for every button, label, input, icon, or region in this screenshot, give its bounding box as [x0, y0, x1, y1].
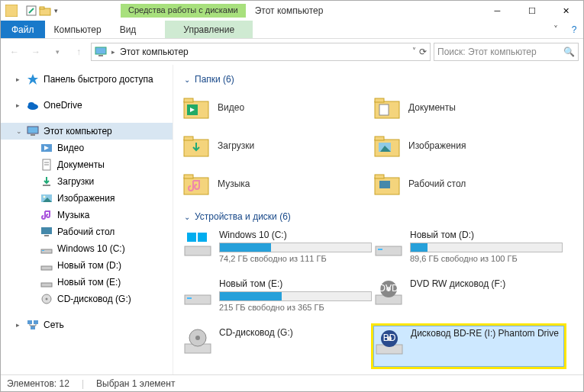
help-icon[interactable]: ?	[565, 21, 583, 38]
nav-pictures[interactable]: Изображения	[1, 190, 173, 207]
nav-quick-access[interactable]: ▸ Панель быстрого доступа	[1, 71, 173, 88]
quick-access-toolbar: ▾	[1, 5, 60, 17]
search-icon: 🔍	[563, 47, 575, 57]
address-bar[interactable]: ▸ Этот компьютер ˅ ⟳	[91, 43, 431, 61]
address-dropdown-icon[interactable]: ˅	[412, 47, 416, 57]
svg-rect-50	[187, 233, 196, 242]
folder-downloads-icon	[182, 132, 210, 159]
svg-rect-49	[185, 246, 211, 255]
forward-button[interactable]: →	[27, 43, 45, 61]
folder-label: Изображения	[408, 140, 466, 151]
folder-label: Загрузки	[218, 140, 254, 151]
maximize-button[interactable]: ☐	[515, 1, 549, 21]
search-input[interactable]: Поиск: Этот компьютер 🔍	[434, 43, 579, 61]
drive-icon	[40, 259, 53, 272]
group-label: Устройства и диски (6)	[195, 211, 291, 222]
up-button[interactable]: ↑	[69, 43, 88, 61]
view-tab[interactable]: Вид	[111, 21, 146, 38]
ribbon: Файл Компьютер Вид Управление ˅ ?	[1, 21, 583, 39]
nav-label: Музыка	[57, 210, 89, 220]
svg-rect-23	[42, 250, 44, 251]
drive-free: 74,2 ГБ свободно из 111 ГБ	[219, 254, 372, 263]
qat-dropdown-icon[interactable]: ▾	[53, 7, 60, 14]
manage-tab[interactable]: Управление	[165, 21, 253, 38]
svg-rect-54	[185, 295, 211, 304]
svg-rect-41	[375, 137, 384, 140]
drive-f-dvd[interactable]: DVD DVD RW дисковод (F:)	[373, 277, 564, 318]
svg-text:BD: BD	[383, 333, 396, 343]
nav-documents[interactable]: Документы	[1, 156, 173, 173]
refresh-icon[interactable]: ⟳	[419, 47, 427, 57]
folder-documents-icon	[373, 94, 401, 121]
nav-label: Сеть	[44, 320, 64, 330]
file-tab[interactable]: Файл	[1, 21, 45, 38]
nav-music[interactable]: Музыка	[1, 207, 173, 223]
breadcrumb[interactable]: Этот компьютер	[120, 47, 189, 57]
svg-rect-53	[378, 249, 382, 250]
nav-desktop[interactable]: Рабочий стол	[1, 223, 173, 240]
star-icon	[27, 73, 39, 85]
folder-downloads[interactable]: Загрузки	[182, 129, 373, 162]
chevron-down-icon: ⌄	[184, 76, 190, 84]
drive-windows-icon	[184, 230, 211, 257]
drive-e[interactable]: Новый том (E:) 215 ГБ свободно из 365 ГБ	[182, 277, 373, 318]
folder-music[interactable]: Музыка	[182, 167, 373, 201]
new-folder-icon[interactable]	[39, 5, 51, 17]
folder-documents[interactable]: Документы	[373, 91, 564, 124]
folder-desktop-icon	[373, 170, 401, 198]
nav-drive-d[interactable]: Новый том (D:)	[1, 257, 173, 274]
back-button[interactable]: ←	[5, 43, 24, 61]
ribbon-expand-icon[interactable]: ˅	[547, 21, 565, 38]
svg-point-8	[28, 102, 34, 107]
folder-desktop[interactable]: Рабочий стол	[373, 167, 564, 201]
folder-pictures[interactable]: Изображения	[373, 129, 564, 162]
svg-rect-25	[41, 283, 52, 287]
properties-icon[interactable]	[25, 5, 37, 17]
search-placeholder: Поиск: Этот компьютер	[437, 47, 537, 57]
folder-music-icon	[182, 170, 210, 198]
group-label: Папки (6)	[195, 74, 234, 85]
recent-locations-icon[interactable]: ▾	[48, 43, 66, 61]
nav-label: Рабочий стол	[57, 227, 115, 237]
svg-rect-5	[98, 55, 103, 56]
nav-onedrive[interactable]: ▸ OneDrive	[1, 97, 173, 114]
svg-rect-48	[379, 181, 390, 188]
computer-tab[interactable]: Компьютер	[45, 21, 111, 38]
folder-videos[interactable]: Видео	[182, 91, 373, 124]
svg-marker-6	[27, 74, 38, 85]
optical-drive-icon	[40, 293, 53, 305]
group-devices-header[interactable]: ⌄ Устройства и диски (6)	[181, 211, 576, 222]
chevron-right-icon[interactable]: ▸	[16, 76, 22, 83]
drive-name: Новый том (E:)	[219, 278, 372, 289]
nav-downloads[interactable]: Загрузки	[1, 173, 173, 190]
chevron-down-icon[interactable]: ⌄	[16, 127, 22, 135]
nav-label: Видео	[57, 143, 84, 153]
svg-rect-21	[44, 235, 49, 236]
group-folders-header[interactable]: ⌄ Папки (6)	[181, 74, 576, 85]
drive-g-cd[interactable]: CD-дисковод (G:)	[182, 326, 373, 367]
capacity-bar	[219, 291, 372, 301]
this-pc-icon	[95, 46, 107, 58]
drive-c[interactable]: Windows 10 (C:) 74,2 ГБ свободно из 111 …	[182, 228, 373, 269]
minimize-button[interactable]: ─	[480, 1, 515, 21]
folder-label: Рабочий стол	[408, 178, 466, 189]
music-icon	[40, 209, 53, 221]
nav-label: Новый том (E:)	[57, 277, 121, 288]
nav-this-pc[interactable]: ⌄ Этот компьютер	[1, 123, 173, 140]
close-button[interactable]: ✕	[549, 1, 583, 21]
chevron-right-icon[interactable]: ▸	[16, 321, 22, 329]
drive-d[interactable]: Новый том (D:) 89,6 ГБ свободно из 100 Г…	[373, 228, 564, 269]
nav-drive-e[interactable]: Новый том (E:)	[1, 274, 173, 291]
chevron-right-icon[interactable]: ▸	[16, 101, 22, 109]
content-pane: ⌄ Папки (6) Видео Документы Загрузки Изо…	[173, 65, 583, 374]
nav-cd-g[interactable]: CD-дисковод (G:)	[1, 291, 173, 307]
nav-network[interactable]: ▸ Сеть	[1, 316, 173, 333]
video-icon	[40, 142, 53, 154]
drive-icon	[375, 230, 402, 257]
svg-rect-51	[198, 233, 207, 242]
nav-drive-c[interactable]: Windows 10 (C:)	[1, 240, 173, 257]
breadcrumb-separator[interactable]: ▸	[111, 48, 115, 56]
nav-label: Windows 10 (C:)	[57, 243, 125, 254]
nav-videos[interactable]: Видео	[1, 140, 173, 156]
drive-i-bdre-phantom[interactable]: BD Дисковод BD-RE (I:) Phantom Drive	[373, 326, 564, 367]
